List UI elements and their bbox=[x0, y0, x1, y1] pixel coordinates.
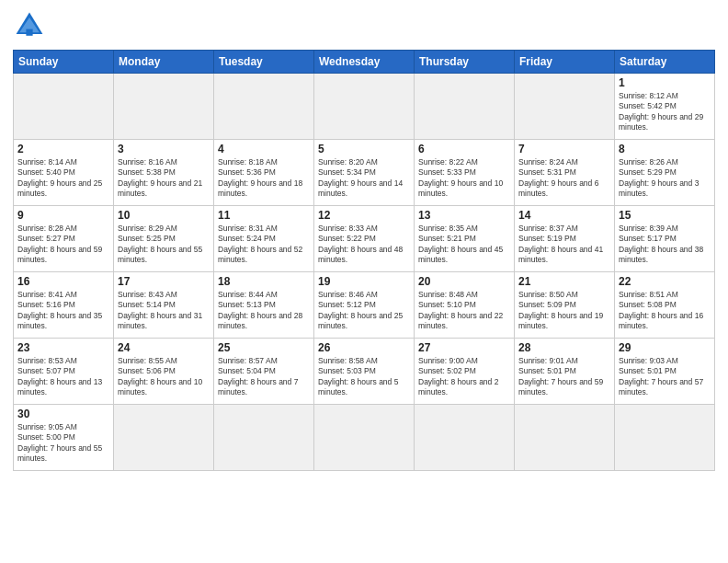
calendar-cell: 9Sunrise: 8:28 AMSunset: 5:27 PMDaylight… bbox=[14, 206, 114, 272]
calendar-cell: 4Sunrise: 8:18 AMSunset: 5:36 PMDaylight… bbox=[214, 140, 314, 206]
calendar-cell: 30Sunrise: 9:05 AMSunset: 5:00 PMDayligh… bbox=[14, 405, 114, 471]
calendar-cell: 13Sunrise: 8:35 AMSunset: 5:21 PMDayligh… bbox=[415, 206, 515, 272]
calendar-cell: 11Sunrise: 8:31 AMSunset: 5:24 PMDayligh… bbox=[214, 206, 314, 272]
day-info: Sunrise: 8:29 AMSunset: 5:25 PMDaylight:… bbox=[118, 224, 210, 266]
header bbox=[13, 9, 715, 42]
header-day-friday: Friday bbox=[515, 51, 615, 74]
day-info: Sunrise: 8:16 AMSunset: 5:38 PMDaylight:… bbox=[118, 157, 210, 200]
header-day-saturday: Saturday bbox=[615, 51, 715, 74]
day-info: Sunrise: 8:44 AMSunset: 5:13 PMDaylight:… bbox=[218, 290, 310, 332]
day-number: 20 bbox=[418, 275, 510, 288]
day-number: 10 bbox=[118, 209, 210, 222]
day-info: Sunrise: 8:31 AMSunset: 5:24 PMDaylight:… bbox=[218, 224, 310, 266]
day-number: 9 bbox=[17, 209, 109, 222]
day-info: Sunrise: 8:28 AMSunset: 5:27 PMDaylight:… bbox=[17, 224, 109, 266]
calendar-cell: 7Sunrise: 8:24 AMSunset: 5:31 PMDaylight… bbox=[515, 140, 615, 206]
calendar-cell bbox=[114, 405, 214, 471]
day-number: 25 bbox=[218, 341, 310, 354]
day-number: 11 bbox=[218, 209, 310, 222]
day-number: 30 bbox=[17, 408, 109, 420]
calendar-cell: 6Sunrise: 8:22 AMSunset: 5:33 PMDaylight… bbox=[415, 140, 515, 206]
day-number: 29 bbox=[619, 341, 711, 354]
logo bbox=[13, 9, 50, 42]
day-number: 1 bbox=[619, 76, 711, 89]
day-number: 24 bbox=[118, 341, 210, 354]
week-row-1: 2Sunrise: 8:14 AMSunset: 5:40 PMDaylight… bbox=[14, 140, 715, 206]
day-number: 14 bbox=[518, 209, 610, 222]
calendar-cell bbox=[214, 74, 314, 140]
day-info: Sunrise: 8:22 AMSunset: 5:33 PMDaylight:… bbox=[418, 157, 510, 200]
day-info: Sunrise: 9:00 AMSunset: 5:02 PMDaylight:… bbox=[418, 356, 510, 398]
calendar-cell bbox=[214, 405, 314, 471]
day-number: 18 bbox=[218, 275, 310, 288]
day-number: 22 bbox=[619, 275, 711, 288]
day-info: Sunrise: 8:37 AMSunset: 5:19 PMDaylight:… bbox=[518, 224, 610, 266]
day-number: 13 bbox=[418, 209, 510, 222]
day-info: Sunrise: 8:53 AMSunset: 5:07 PMDaylight:… bbox=[17, 356, 109, 398]
calendar-cell: 12Sunrise: 8:33 AMSunset: 5:22 PMDayligh… bbox=[314, 206, 415, 272]
day-number: 2 bbox=[17, 143, 109, 155]
day-number: 7 bbox=[518, 143, 610, 155]
calendar-cell bbox=[415, 74, 515, 140]
day-info: Sunrise: 9:05 AMSunset: 5:00 PMDaylight:… bbox=[17, 422, 109, 465]
day-number: 4 bbox=[218, 143, 310, 155]
calendar-cell: 23Sunrise: 8:53 AMSunset: 5:07 PMDayligh… bbox=[14, 339, 114, 405]
day-info: Sunrise: 8:12 AMSunset: 5:42 PMDaylight:… bbox=[619, 91, 711, 133]
header-day-thursday: Thursday bbox=[415, 51, 515, 74]
calendar-cell: 8Sunrise: 8:26 AMSunset: 5:29 PMDaylight… bbox=[615, 140, 715, 206]
week-row-5: 30Sunrise: 9:05 AMSunset: 5:00 PMDayligh… bbox=[14, 405, 715, 471]
calendar-cell bbox=[14, 74, 114, 140]
svg-rect-2 bbox=[26, 29, 32, 36]
calendar-cell: 17Sunrise: 8:43 AMSunset: 5:14 PMDayligh… bbox=[114, 272, 214, 339]
calendar-cell bbox=[515, 405, 615, 471]
day-info: Sunrise: 8:58 AMSunset: 5:03 PMDaylight:… bbox=[318, 356, 410, 398]
calendar-cell: 27Sunrise: 9:00 AMSunset: 5:02 PMDayligh… bbox=[415, 339, 515, 405]
calendar-cell: 24Sunrise: 8:55 AMSunset: 5:06 PMDayligh… bbox=[114, 339, 214, 405]
day-info: Sunrise: 8:14 AMSunset: 5:40 PMDaylight:… bbox=[17, 157, 109, 200]
calendar-cell bbox=[314, 74, 415, 140]
week-row-0: 1Sunrise: 8:12 AMSunset: 5:42 PMDaylight… bbox=[14, 74, 715, 140]
page: SundayMondayTuesdayWednesdayThursdayFrid… bbox=[0, 0, 728, 563]
day-number: 15 bbox=[619, 209, 711, 222]
week-row-3: 16Sunrise: 8:41 AMSunset: 5:16 PMDayligh… bbox=[14, 272, 715, 339]
calendar-cell: 28Sunrise: 9:01 AMSunset: 5:01 PMDayligh… bbox=[515, 339, 615, 405]
week-row-2: 9Sunrise: 8:28 AMSunset: 5:27 PMDaylight… bbox=[14, 206, 715, 272]
day-number: 21 bbox=[518, 275, 610, 288]
day-info: Sunrise: 8:20 AMSunset: 5:34 PMDaylight:… bbox=[318, 157, 410, 200]
calendar-cell: 2Sunrise: 8:14 AMSunset: 5:40 PMDaylight… bbox=[14, 140, 114, 206]
day-info: Sunrise: 8:57 AMSunset: 5:04 PMDaylight:… bbox=[218, 356, 310, 398]
header-row: SundayMondayTuesdayWednesdayThursdayFrid… bbox=[14, 51, 715, 74]
day-info: Sunrise: 8:51 AMSunset: 5:08 PMDaylight:… bbox=[619, 290, 711, 332]
calendar-cell: 21Sunrise: 8:50 AMSunset: 5:09 PMDayligh… bbox=[515, 272, 615, 339]
calendar-cell: 14Sunrise: 8:37 AMSunset: 5:19 PMDayligh… bbox=[515, 206, 615, 272]
day-number: 12 bbox=[318, 209, 410, 222]
calendar-cell bbox=[415, 405, 515, 471]
header-day-sunday: Sunday bbox=[14, 51, 114, 74]
calendar-cell: 10Sunrise: 8:29 AMSunset: 5:25 PMDayligh… bbox=[114, 206, 214, 272]
day-number: 17 bbox=[118, 275, 210, 288]
day-info: Sunrise: 9:03 AMSunset: 5:01 PMDaylight:… bbox=[619, 356, 711, 398]
calendar-cell: 26Sunrise: 8:58 AMSunset: 5:03 PMDayligh… bbox=[314, 339, 415, 405]
calendar-cell: 1Sunrise: 8:12 AMSunset: 5:42 PMDaylight… bbox=[615, 74, 715, 140]
day-number: 3 bbox=[118, 143, 210, 155]
calendar-cell: 15Sunrise: 8:39 AMSunset: 5:17 PMDayligh… bbox=[615, 206, 715, 272]
day-info: Sunrise: 8:55 AMSunset: 5:06 PMDaylight:… bbox=[118, 356, 210, 398]
logo-icon bbox=[13, 9, 46, 42]
calendar-cell: 22Sunrise: 8:51 AMSunset: 5:08 PMDayligh… bbox=[615, 272, 715, 339]
calendar-cell bbox=[314, 405, 415, 471]
day-number: 27 bbox=[418, 341, 510, 354]
day-number: 26 bbox=[318, 341, 410, 354]
day-info: Sunrise: 8:18 AMSunset: 5:36 PMDaylight:… bbox=[218, 157, 310, 200]
day-number: 8 bbox=[619, 143, 711, 155]
header-day-tuesday: Tuesday bbox=[214, 51, 314, 74]
calendar-cell: 16Sunrise: 8:41 AMSunset: 5:16 PMDayligh… bbox=[14, 272, 114, 339]
day-info: Sunrise: 8:39 AMSunset: 5:17 PMDaylight:… bbox=[619, 224, 711, 266]
day-info: Sunrise: 8:26 AMSunset: 5:29 PMDaylight:… bbox=[619, 157, 711, 200]
day-info: Sunrise: 8:48 AMSunset: 5:10 PMDaylight:… bbox=[418, 290, 510, 332]
calendar-cell bbox=[615, 405, 715, 471]
day-number: 23 bbox=[17, 341, 109, 354]
calendar-cell: 25Sunrise: 8:57 AMSunset: 5:04 PMDayligh… bbox=[214, 339, 314, 405]
day-number: 19 bbox=[318, 275, 410, 288]
calendar-cell: 3Sunrise: 8:16 AMSunset: 5:38 PMDaylight… bbox=[114, 140, 214, 206]
week-row-4: 23Sunrise: 8:53 AMSunset: 5:07 PMDayligh… bbox=[14, 339, 715, 405]
